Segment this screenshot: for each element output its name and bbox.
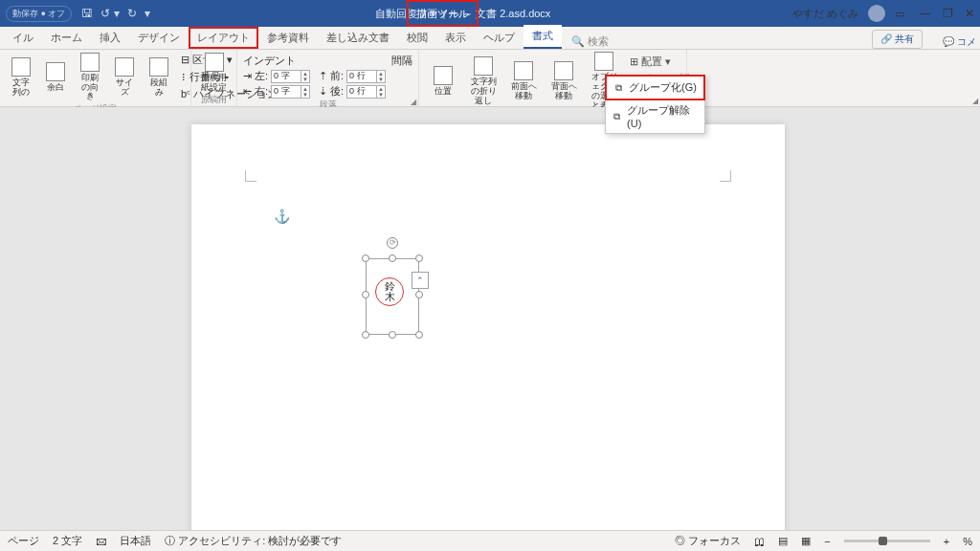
tab-view[interactable]: 表示 (436, 27, 475, 49)
save-icon[interactable]: 🖫 (81, 7, 93, 20)
autosave-toggle[interactable]: 動保存 ● オフ (6, 6, 72, 22)
group-page-setup: 文字列の 余白 印刷の向き サイズ 段組み ⊟ 区切り ▾ ⫶ 行番号 ▾ bᶜ… (0, 50, 191, 107)
resize-handle[interactable] (389, 331, 396, 339)
share-button[interactable]: 🔗 共有 (872, 30, 923, 49)
resize-handle[interactable] (362, 254, 369, 262)
ribbon-tabs: イル ホーム 挿入 デザイン レイアウト 参考資料 差し込み文書 校閲 表示 ヘ… (0, 27, 980, 50)
accessibility-status[interactable]: ⓘ アクセシビリティ: 検討が必要です (165, 534, 342, 548)
tab-review[interactable]: 校閲 (398, 27, 436, 49)
language-status[interactable]: 日本語 (120, 534, 151, 548)
send-backward-button[interactable]: 背面へ移動 (546, 52, 582, 111)
view-web-icon[interactable]: ▦ (801, 535, 811, 547)
tab-format[interactable]: 書式 (523, 25, 562, 49)
ungroup-icon: ⧉ (612, 111, 622, 122)
focus-icon: ◎ (675, 535, 685, 546)
maximize-icon[interactable]: ❐ (943, 7, 953, 20)
comment-button[interactable]: 💬 コメ (943, 35, 976, 49)
focus-mode-button[interactable]: ◎ フォーカス (675, 534, 741, 548)
tab-references[interactable]: 参考資料 (258, 27, 318, 49)
zoom-level[interactable]: % (963, 536, 972, 547)
tab-home[interactable]: ホーム (42, 27, 91, 49)
space-before-input[interactable]: ▲▼ (346, 70, 386, 83)
genkou-button[interactable]: 原稿用紙設定 (197, 52, 231, 94)
group-menuitem[interactable]: ⧉グループ化(G) (605, 75, 705, 100)
layout-options-icon[interactable]: ⌃ (412, 272, 429, 289)
position-button[interactable]: 位置 (425, 52, 461, 111)
group-paragraph: インデント間隔 ⇥左: ▲▼ ⇡前: ▲▼ ⇤右: ▲▼ ⇣後: ▲▼ 段落 ◢ (237, 50, 419, 107)
space-after-input[interactable]: ▲▼ (346, 85, 386, 99)
dialog-launcher-icon[interactable]: ◢ (972, 97, 978, 105)
indent-left-input[interactable]: ▲▼ (271, 70, 310, 83)
statusbar: ページ 2 文字 🖂 日本語 ⓘ アクセシビリティ: 検討が必要です ◎ フォー… (0, 530, 980, 551)
wrap-text-button[interactable]: 文字列の折り返し (465, 52, 501, 111)
word-count[interactable]: 2 文字 (53, 534, 82, 548)
ribbon: 文字列の 余白 印刷の向き サイズ 段組み ⊟ 区切り ▾ ⫶ 行番号 ▾ bᶜ… (0, 50, 980, 107)
tab-file[interactable]: イル (4, 27, 42, 49)
view-read-icon[interactable]: 🕮 (754, 536, 765, 547)
tab-mailings[interactable]: 差し込み文書 (318, 27, 398, 49)
orientation-button[interactable]: 印刷の向き (75, 52, 105, 102)
accessibility-icon: ⓘ (165, 535, 175, 546)
text-direction-button[interactable]: 文字列の (6, 52, 36, 102)
zoom-in-icon[interactable]: + (944, 536, 949, 547)
user-name[interactable]: やすだ めぐみ (792, 7, 858, 21)
tab-design[interactable]: デザイン (129, 27, 189, 49)
undo-icon[interactable]: ↺ ▾ (100, 7, 119, 20)
quick-access-toolbar: 🖫 ↺ ▾ ↻ ▾ (81, 7, 149, 20)
minimize-icon[interactable]: — (920, 7, 931, 20)
avatar[interactable] (868, 5, 885, 22)
tab-layout[interactable]: レイアウト (189, 27, 258, 49)
resize-handle[interactable] (389, 254, 396, 262)
view-print-icon[interactable]: ▤ (778, 535, 788, 547)
resize-handle[interactable] (362, 331, 369, 339)
align-button[interactable]: ⊞ 配置 ▾ (626, 54, 705, 70)
redo-icon[interactable]: ↻ (127, 7, 137, 20)
rotate-handle-icon[interactable]: ⟳ (387, 237, 398, 249)
margin-corner-icon (245, 170, 256, 182)
group-dropdown: ⧉グループ化(G) ⧉グループ解除(U) (605, 75, 705, 134)
page-count[interactable]: ページ (8, 534, 39, 548)
group-genkou: 原稿用紙設定 原稿用紙 (191, 50, 237, 107)
columns-button[interactable]: 段組み (144, 52, 174, 102)
close-icon[interactable]: ✕ (965, 7, 974, 20)
resize-handle[interactable] (415, 331, 423, 339)
search-box[interactable]: 🔍 検索 (571, 34, 609, 49)
page[interactable]: ⚓ ⟳ 鈴木 ⌃ (191, 124, 785, 530)
indent-right-input[interactable]: ▲▼ (271, 85, 310, 99)
language-icon[interactable]: 🖂 (96, 536, 106, 547)
ungroup-menuitem[interactable]: ⧉グループ解除(U) (606, 99, 704, 133)
size-button[interactable]: サイズ (109, 52, 140, 102)
tab-help[interactable]: ヘルプ (475, 27, 523, 49)
document-area[interactable]: ⚓ ⟳ 鈴木 ⌃ (0, 107, 980, 530)
drawing-tools-tab[interactable]: 描画ツール (407, 0, 479, 27)
anchor-icon: ⚓ (274, 209, 290, 224)
dialog-launcher-icon[interactable]: ◢ (411, 98, 416, 106)
resize-handle[interactable] (362, 291, 369, 298)
titlebar: 動保存 ● オフ 🖫 ↺ ▾ ↻ ▾ 自動回復ファイル ～ 文書 2.asd.d… (0, 0, 980, 27)
group-icon: ⧉ (612, 82, 624, 94)
bring-forward-button[interactable]: 前面へ移動 (505, 52, 542, 111)
selected-shapes[interactable]: ⟳ 鈴木 ⌃ (358, 247, 427, 342)
margin-corner-icon (720, 170, 731, 182)
margins-button[interactable]: 余白 (40, 52, 71, 102)
ribbon-display-icon[interactable]: ▭ (895, 8, 904, 20)
resize-handle[interactable] (415, 291, 423, 298)
qat-more-icon[interactable]: ▾ (145, 7, 150, 20)
zoom-out-icon[interactable]: − (824, 536, 830, 547)
stamp-shape[interactable]: 鈴木 (375, 277, 404, 306)
resize-handle[interactable] (415, 254, 423, 262)
zoom-slider[interactable] (844, 540, 930, 542)
tab-insert[interactable]: 挿入 (91, 27, 129, 49)
